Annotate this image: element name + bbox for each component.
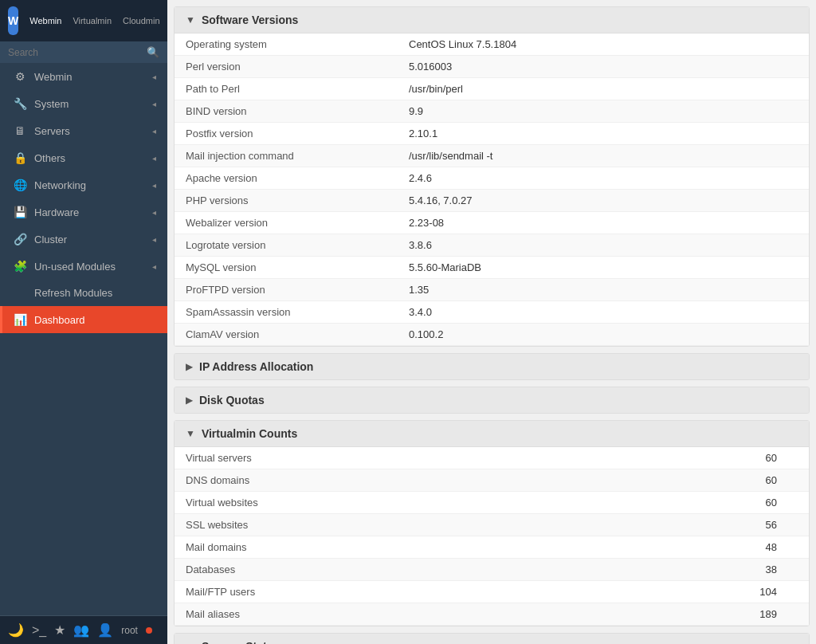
virtualmin-counts-header[interactable]: ▼ Virtualmin Counts bbox=[175, 421, 809, 447]
row-value: 104 bbox=[562, 581, 809, 603]
row-value: 5.4.16, 7.0.27 bbox=[398, 190, 809, 212]
sidebar-bottom: 🌙 >_ ★ 👥 👤 root bbox=[0, 615, 167, 644]
virtualmin-counts-section: ▼ Virtualmin Counts Virtual servers60DNS… bbox=[174, 420, 810, 626]
software-versions-header[interactable]: ▼ Software Versions bbox=[175, 7, 809, 33]
row-value: 2.4.6 bbox=[398, 167, 809, 190]
chevron-right-icon: ◂ bbox=[152, 262, 156, 271]
sidebar-item-label: Hardware bbox=[34, 206, 144, 218]
row-label: Mail aliases bbox=[175, 603, 562, 626]
search-box[interactable]: 🔍 bbox=[0, 41, 167, 63]
row-label: PHP versions bbox=[175, 190, 398, 212]
chevron-down-icon: ▼ bbox=[186, 428, 195, 439]
sidebar-item-others[interactable]: 🔒 Others ◂ bbox=[0, 144, 167, 171]
row-label: Mail domains bbox=[175, 536, 562, 559]
row-label: Databases bbox=[175, 559, 562, 581]
row-value: 1.35 bbox=[398, 279, 809, 301]
table-row: Mail aliases189 bbox=[175, 603, 809, 626]
table-row: Virtual websites60 bbox=[175, 492, 809, 514]
software-versions-title: Software Versions bbox=[202, 14, 298, 26]
row-label: SSL websites bbox=[175, 514, 562, 536]
chevron-down-icon: ▼ bbox=[186, 14, 195, 26]
table-row: SSL websites56 bbox=[175, 514, 809, 536]
unused-modules-icon: 🧩 bbox=[14, 260, 26, 273]
servers-status-title: Servers Status bbox=[202, 640, 280, 644]
row-value: 2.10.1 bbox=[398, 123, 809, 145]
row-label: ProFTPD version bbox=[175, 279, 398, 301]
networking-icon: 🌐 bbox=[14, 179, 26, 191]
chevron-right-icon: ▶ bbox=[186, 395, 193, 406]
table-row: Logrotate version3.8.6 bbox=[175, 234, 809, 257]
sidebar-item-unused-modules[interactable]: 🧩 Un-used Modules ◂ bbox=[0, 253, 167, 280]
star-icon[interactable]: ★ bbox=[54, 622, 65, 638]
sidebar-item-dashboard[interactable]: 📊 Dashboard bbox=[0, 306, 167, 333]
ip-address-header[interactable]: ▶ IP Address Allocation bbox=[175, 354, 809, 379]
software-versions-table: Operating systemCentOS Linux 7.5.1804Per… bbox=[175, 33, 809, 346]
row-value: 5.016003 bbox=[398, 56, 809, 78]
moon-icon[interactable]: 🌙 bbox=[8, 622, 24, 638]
sidebar-item-label: Servers bbox=[34, 125, 144, 137]
sidebar-item-refresh-modules[interactable]: Refresh Modules bbox=[0, 280, 167, 306]
sidebar-item-networking[interactable]: 🌐 Networking ◂ bbox=[0, 171, 167, 198]
terminal-icon[interactable]: >_ bbox=[32, 623, 46, 638]
user-status-dot bbox=[146, 627, 152, 634]
virtualmin-counts-table: Virtual servers60DNS domains60Virtual we… bbox=[175, 447, 809, 626]
row-value: 60 bbox=[562, 469, 809, 492]
table-row: ProFTPD version1.35 bbox=[175, 279, 809, 301]
row-value: /usr/lib/sendmail -t bbox=[398, 145, 809, 167]
sidebar: W Webmin Virtualmin Cloudmin 🔍 ⚙ Webmin … bbox=[0, 0, 167, 644]
table-row: Perl version5.016003 bbox=[175, 56, 809, 78]
servers-icon: 🖥 bbox=[14, 124, 26, 137]
row-label: SpamAssassin version bbox=[175, 301, 398, 324]
table-row: BIND version9.9 bbox=[175, 100, 809, 123]
sidebar-item-hardware[interactable]: 💾 Hardware ◂ bbox=[0, 198, 167, 226]
table-row: Mail/FTP users104 bbox=[175, 581, 809, 603]
table-row: ClamAV version0.100.2 bbox=[175, 324, 809, 346]
webmin-icon: ⚙ bbox=[14, 70, 26, 83]
disk-quotas-section: ▶ Disk Quotas bbox=[174, 387, 810, 414]
search-input[interactable] bbox=[8, 47, 142, 58]
table-row: Postfix version2.10.1 bbox=[175, 123, 809, 145]
sidebar-header: W Webmin Virtualmin Cloudmin bbox=[0, 0, 167, 41]
sidebar-item-label: Others bbox=[34, 152, 144, 164]
chevron-right-icon: ◂ bbox=[152, 181, 156, 190]
tab-virtualmin[interactable]: Virtualmin bbox=[69, 14, 115, 27]
sidebar-item-label: Dashboard bbox=[34, 314, 156, 326]
chevron-right-icon: ◂ bbox=[152, 73, 156, 81]
servers-status-header[interactable]: ▼ Servers Status bbox=[175, 634, 809, 644]
row-label: Perl version bbox=[175, 56, 398, 78]
disk-quotas-header[interactable]: ▶ Disk Quotas bbox=[175, 387, 809, 413]
chevron-right-icon: ◂ bbox=[152, 208, 156, 217]
dashboard-icon: 📊 bbox=[14, 313, 26, 326]
sidebar-item-label: Webmin bbox=[34, 71, 144, 83]
table-row: Mail injection command/usr/lib/sendmail … bbox=[175, 145, 809, 167]
servers-status-section: ▼ Servers Status Apache Webserver ✔ ✖ ↻ … bbox=[174, 633, 810, 644]
sidebar-item-label: Cluster bbox=[34, 234, 144, 245]
sidebar-item-system[interactable]: 🔧 System ◂ bbox=[0, 90, 167, 117]
others-icon: 🔒 bbox=[14, 151, 26, 164]
sidebar-tabs: Webmin Virtualmin Cloudmin bbox=[26, 14, 163, 27]
row-label: Path to Perl bbox=[175, 78, 398, 100]
row-value: 0.100.2 bbox=[398, 324, 809, 346]
row-value: CentOS Linux 7.5.1804 bbox=[398, 33, 809, 56]
row-label: MySQL version bbox=[175, 257, 398, 279]
sidebar-item-webmin[interactable]: ⚙ Webmin ◂ bbox=[0, 63, 167, 90]
virtualmin-counts-title: Virtualmin Counts bbox=[202, 427, 297, 440]
disk-quotas-title: Disk Quotas bbox=[199, 394, 265, 406]
row-value: 60 bbox=[562, 447, 809, 469]
table-row: Apache version2.4.6 bbox=[175, 167, 809, 190]
chevron-right-icon: ▶ bbox=[186, 361, 193, 372]
ip-address-section: ▶ IP Address Allocation bbox=[174, 353, 810, 380]
row-label: Virtual servers bbox=[175, 447, 562, 469]
user-icon[interactable]: 👤 bbox=[97, 622, 113, 638]
tab-webmin[interactable]: Webmin bbox=[26, 14, 65, 27]
sidebar-item-servers[interactable]: 🖥 Servers ◂ bbox=[0, 117, 167, 144]
row-value: 60 bbox=[562, 492, 809, 514]
row-value: 56 bbox=[562, 514, 809, 536]
sidebar-item-cluster[interactable]: 🔗 Cluster ◂ bbox=[0, 226, 167, 253]
table-row: Databases38 bbox=[175, 559, 809, 581]
tab-cloudmin[interactable]: Cloudmin bbox=[120, 14, 163, 27]
main-content: ▼ Software Versions Operating systemCent… bbox=[167, 0, 816, 644]
table-row: SpamAssassin version3.4.0 bbox=[175, 301, 809, 324]
users-icon[interactable]: 👥 bbox=[73, 622, 89, 638]
ip-address-title: IP Address Allocation bbox=[199, 360, 313, 373]
